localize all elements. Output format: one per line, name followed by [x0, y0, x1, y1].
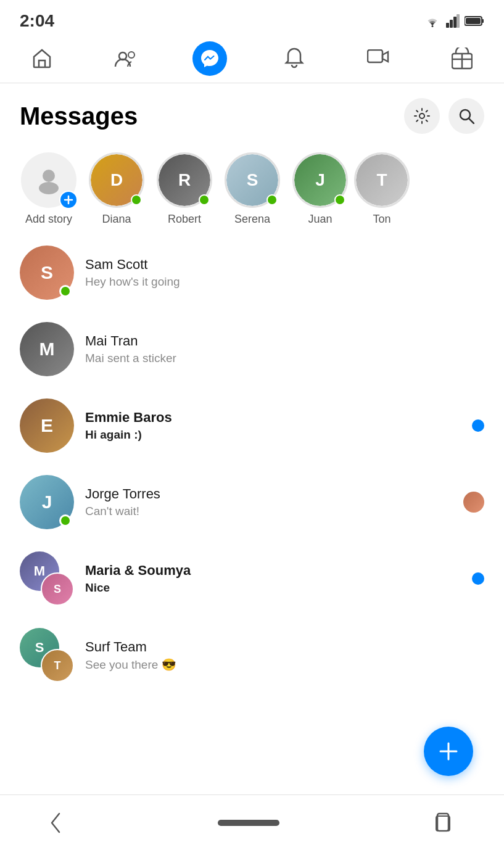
signal-icon — [446, 14, 460, 28]
msg-content-emmie: Emmie Baros Hi again :) — [85, 410, 472, 442]
svg-rect-3 — [453, 17, 456, 28]
msg-preview-mai: Mai sent a sticker — [85, 352, 484, 365]
online-dot-jorge — [59, 514, 72, 527]
story-label-ton: Ton — [373, 213, 390, 226]
msg-content-maria: Maria & Soumya Nice — [85, 563, 472, 595]
back-icon[interactable] — [49, 812, 62, 833]
add-story-badge — [59, 191, 78, 209]
search-icon — [458, 108, 474, 124]
svg-rect-1 — [446, 23, 449, 28]
nav-messenger[interactable] — [191, 43, 228, 74]
story-label-serena: Serena — [234, 213, 270, 226]
conversation-emmie[interactable]: E Emmie Baros Hi again :) — [12, 387, 492, 464]
conversation-sam[interactable]: S Sam Scott Hey how's it going — [12, 234, 492, 311]
nav-marketplace[interactable] — [444, 43, 481, 74]
conversation-mai[interactable]: M Mai Tran Mai sent a sticker — [12, 311, 492, 387]
story-serena[interactable]: S Serena — [218, 152, 286, 226]
msg-name-sam: Sam Scott — [85, 257, 484, 273]
svg-rect-2 — [450, 20, 453, 28]
nav-home[interactable] — [23, 43, 60, 74]
story-label-robert: Robert — [168, 213, 201, 226]
unread-indicator-emmie — [472, 419, 484, 432]
conversation-maria[interactable]: M S Maria & Soumya Nice — [12, 540, 492, 617]
msg-preview-emmie: Hi again :) — [85, 428, 472, 442]
plus-icon — [438, 741, 459, 762]
online-dot-sam — [59, 285, 72, 297]
rotate-icon[interactable] — [435, 812, 455, 833]
msg-preview-sam: Hey how's it going — [85, 275, 484, 289]
home-handle[interactable] — [218, 820, 279, 826]
header-actions — [404, 98, 484, 134]
wifi-icon — [424, 14, 441, 28]
phone-frame: 2:04 — [0, 0, 504, 850]
avatar-emmie: E — [20, 398, 74, 453]
msg-name-emmie: Emmie Baros — [85, 410, 472, 426]
msg-name-mai: Mai Tran — [85, 333, 484, 349]
online-indicator-diana — [131, 194, 142, 205]
status-icons — [424, 14, 484, 28]
story-diana[interactable]: D Diana — [83, 152, 151, 226]
bottom-bar — [0, 794, 504, 850]
battery-icon — [465, 15, 484, 27]
conversation-jorge[interactable]: J Jorge Torres Can't wait! — [12, 464, 492, 540]
status-time: 2:04 — [20, 11, 54, 31]
msg-name-surf: Surf Team — [85, 639, 484, 655]
story-add[interactable]: Add story — [15, 152, 83, 226]
nav-notifications[interactable] — [276, 43, 313, 74]
story-label-add: Add story — [25, 213, 72, 226]
messages-header: Messages — [0, 83, 504, 144]
online-indicator-serena — [266, 194, 278, 205]
unread-indicator-maria — [472, 572, 484, 585]
nav-bar — [0, 37, 504, 83]
nav-people[interactable] — [107, 43, 144, 74]
svg-point-0 — [432, 25, 434, 27]
message-list: S Sam Scott Hey how's it going M Mai Tra… — [0, 234, 504, 794]
avatar-jorge: J — [20, 475, 74, 529]
msg-name-jorge: Jorge Torres — [85, 486, 463, 502]
avatar-mai: M — [20, 322, 74, 376]
search-button[interactable] — [448, 98, 484, 134]
msg-content-mai: Mai Tran Mai sent a sticker — [85, 333, 484, 365]
stories-row: Add story D Diana R Robert — [0, 144, 504, 234]
svg-rect-10 — [368, 50, 382, 62]
settings-button[interactable] — [404, 98, 440, 134]
msg-content-surf: Surf Team See you there 😎 — [85, 639, 484, 672]
msg-content-sam: Sam Scott Hey how's it going — [85, 257, 484, 289]
status-bar: 2:04 — [0, 0, 504, 37]
story-juan[interactable]: J Juan — [286, 152, 354, 226]
svg-point-18 — [39, 182, 59, 194]
msg-preview-jorge: Can't wait! — [85, 505, 463, 518]
svg-rect-4 — [456, 14, 460, 28]
nav-watch[interactable] — [360, 43, 397, 74]
msg-name-maria: Maria & Soumya — [85, 563, 472, 579]
new-message-fab[interactable] — [424, 727, 473, 776]
svg-point-14 — [419, 113, 424, 118]
svg-rect-24 — [436, 816, 450, 831]
story-label-juan: Juan — [308, 213, 332, 226]
online-indicator-juan — [334, 194, 345, 205]
svg-line-16 — [469, 118, 474, 123]
conversation-surf[interactable]: S T Surf Team See you there 😎 — [12, 617, 492, 693]
online-indicator-robert — [199, 194, 210, 205]
gear-icon — [414, 108, 430, 124]
avatar-sam: S — [20, 246, 74, 300]
msg-preview-maria: Nice — [85, 581, 472, 595]
msg-preview-surf: See you there 😎 — [85, 658, 484, 672]
avatar-group-maria: M S — [20, 551, 74, 606]
story-label-diana: Diana — [102, 213, 131, 226]
msg-content-jorge: Jorge Torres Can't wait! — [85, 486, 463, 518]
avatar-group-surf: S T — [20, 628, 74, 682]
svg-point-9 — [128, 52, 134, 58]
svg-rect-6 — [482, 19, 484, 23]
story-robert[interactable]: R Robert — [151, 152, 218, 226]
svg-rect-7 — [466, 18, 481, 24]
reply-avatar-jorge — [463, 492, 484, 513]
story-ton[interactable]: T Ton — [354, 152, 410, 226]
svg-point-17 — [43, 170, 55, 182]
page-title: Messages — [20, 102, 138, 130]
